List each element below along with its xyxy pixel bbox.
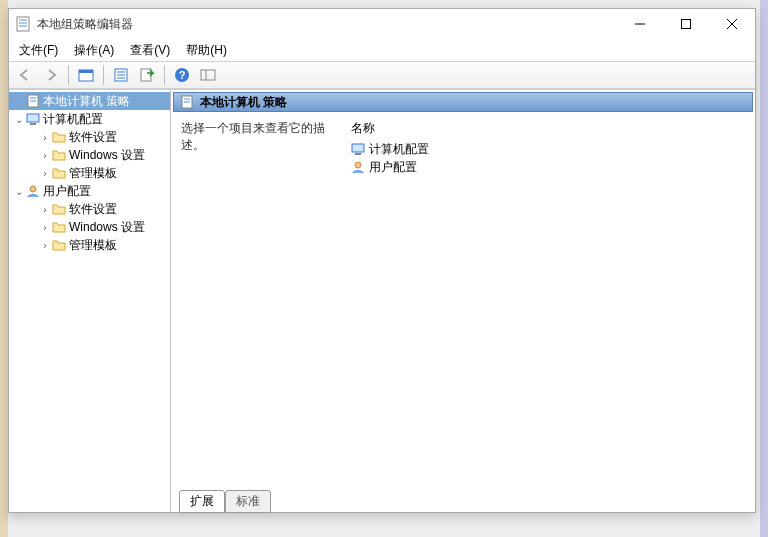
svg-rect-5 xyxy=(682,20,691,29)
tree-label: Windows 设置 xyxy=(69,219,145,236)
up-button[interactable] xyxy=(74,64,98,86)
svg-rect-0 xyxy=(17,17,29,31)
list-item-label: 计算机配置 xyxy=(369,141,429,158)
tree-label: 本地计算机 策略 xyxy=(43,93,130,110)
user-icon xyxy=(25,183,41,199)
titlebar: 本地组策略编辑器 xyxy=(9,9,755,39)
policy-icon xyxy=(180,95,194,109)
list-item[interactable]: 用户配置 xyxy=(351,158,745,176)
details-panel: 本地计算机 策略 选择一个项目来查看它的描述。 名称 计算机配置 用户配置 xyxy=(171,90,755,512)
details-header-text: 本地计算机 策略 xyxy=(200,94,287,111)
menu-help[interactable]: 帮助(H) xyxy=(186,42,227,59)
chevron-right-icon[interactable]: › xyxy=(39,168,51,179)
minimize-button[interactable] xyxy=(617,9,663,39)
menubar: 文件(F) 操作(A) 查看(V) 帮助(H) xyxy=(9,39,755,61)
description-text: 选择一个项目来查看它的描述。 xyxy=(181,120,351,482)
tree-user-admin[interactable]: › 管理模板 xyxy=(9,236,170,254)
item-list: 名称 计算机配置 用户配置 xyxy=(351,120,745,482)
chevron-right-icon[interactable]: › xyxy=(39,222,51,233)
window-title: 本地组策略编辑器 xyxy=(37,16,133,33)
policy-icon xyxy=(25,93,41,109)
svg-point-24 xyxy=(30,186,36,192)
folder-icon xyxy=(51,129,67,145)
properties-button[interactable] xyxy=(109,64,133,86)
svg-rect-23 xyxy=(30,123,36,125)
tab-standard[interactable]: 标准 xyxy=(225,490,271,513)
back-button[interactable] xyxy=(13,64,37,86)
tree-root[interactable]: 本地计算机 策略 xyxy=(9,92,170,110)
list-item[interactable]: 计算机配置 xyxy=(351,140,745,158)
svg-rect-9 xyxy=(79,70,93,73)
tree-panel: 本地计算机 策略 ⌄ 计算机配置 › 软件设置 › Windows 设置 › 管… xyxy=(9,90,171,512)
tree-computer-config[interactable]: ⌄ 计算机配置 xyxy=(9,110,170,128)
svg-text:?: ? xyxy=(179,69,186,81)
computer-icon xyxy=(351,142,365,156)
tree-user-software[interactable]: › 软件设置 xyxy=(9,200,170,218)
tab-extended[interactable]: 扩展 xyxy=(179,490,225,513)
tree-comp-admin[interactable]: › 管理模板 xyxy=(9,164,170,182)
help-button[interactable]: ? xyxy=(170,64,194,86)
tree-comp-windows[interactable]: › Windows 设置 xyxy=(9,146,170,164)
list-item-label: 用户配置 xyxy=(369,159,417,176)
svg-rect-17 xyxy=(201,70,215,80)
svg-rect-22 xyxy=(27,114,39,122)
chevron-right-icon[interactable]: › xyxy=(39,204,51,215)
details-header: 本地计算机 策略 xyxy=(173,92,753,112)
svg-rect-14 xyxy=(141,69,151,81)
folder-icon xyxy=(51,165,67,181)
chevron-right-icon[interactable]: › xyxy=(39,150,51,161)
maximize-button[interactable] xyxy=(663,9,709,39)
folder-icon xyxy=(51,237,67,253)
tree-label: 软件设置 xyxy=(69,201,117,218)
folder-icon xyxy=(51,219,67,235)
chevron-right-icon[interactable]: › xyxy=(39,240,51,251)
tree-comp-software[interactable]: › 软件设置 xyxy=(9,128,170,146)
computer-icon xyxy=(25,111,41,127)
chevron-down-icon[interactable]: ⌄ xyxy=(13,186,25,197)
tree-label: 管理模板 xyxy=(69,165,117,182)
tabs: 扩展 标准 xyxy=(171,488,755,512)
tree-label: 计算机配置 xyxy=(43,111,103,128)
tree-user-windows[interactable]: › Windows 设置 xyxy=(9,218,170,236)
svg-point-30 xyxy=(355,162,361,168)
close-button[interactable] xyxy=(709,9,755,39)
gpedit-window: 本地组策略编辑器 文件(F) 操作(A) 查看(V) 帮助(H) ? 本地计算机… xyxy=(8,8,756,513)
app-icon xyxy=(15,16,31,32)
export-button[interactable] xyxy=(135,64,159,86)
svg-rect-29 xyxy=(355,153,361,155)
chevron-right-icon[interactable]: › xyxy=(39,132,51,143)
tree-label: 软件设置 xyxy=(69,129,117,146)
tree-user-config[interactable]: ⌄ 用户配置 xyxy=(9,182,170,200)
chevron-down-icon[interactable]: ⌄ xyxy=(13,114,25,125)
tree-label: 用户配置 xyxy=(43,183,91,200)
menu-view[interactable]: 查看(V) xyxy=(130,42,170,59)
forward-button[interactable] xyxy=(39,64,63,86)
tree-label: 管理模板 xyxy=(69,237,117,254)
user-icon xyxy=(351,160,365,174)
folder-icon xyxy=(51,201,67,217)
show-hide-button[interactable] xyxy=(196,64,220,86)
menu-action[interactable]: 操作(A) xyxy=(74,42,114,59)
column-name[interactable]: 名称 xyxy=(351,120,745,140)
menu-file[interactable]: 文件(F) xyxy=(19,42,58,59)
toolbar: ? xyxy=(9,61,755,89)
tree-label: Windows 设置 xyxy=(69,147,145,164)
svg-rect-28 xyxy=(352,144,364,152)
folder-icon xyxy=(51,147,67,163)
